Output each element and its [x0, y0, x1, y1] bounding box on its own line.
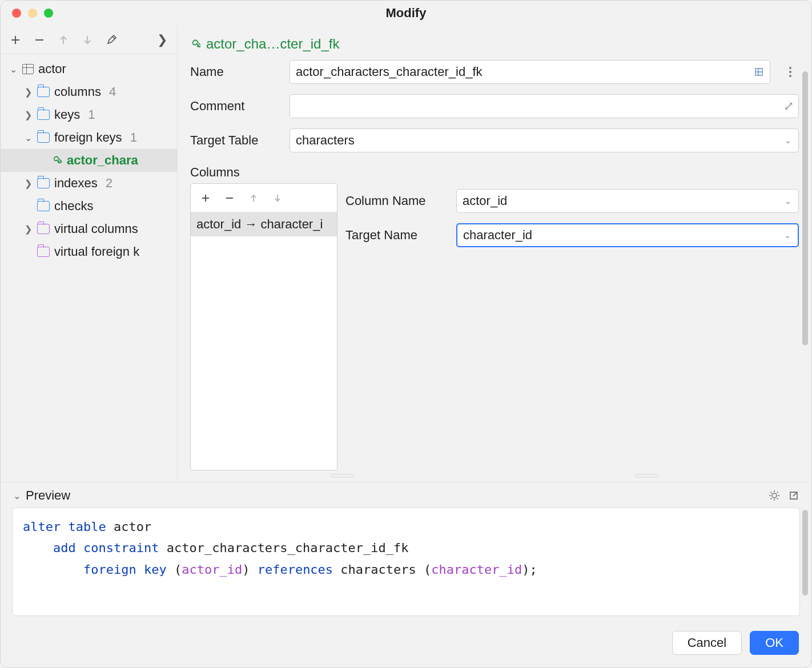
reset-icon[interactable] — [753, 66, 765, 78]
tree-node-keys[interactable]: ❯ keys 1 — [1, 103, 177, 126]
edit-button[interactable] — [101, 30, 122, 50]
tree-node-checks[interactable]: · checks — [1, 195, 177, 218]
comment-input[interactable]: ⤢ — [290, 94, 799, 118]
ok-button[interactable]: OK — [750, 631, 799, 655]
target-table-select[interactable]: characters ⌄ — [290, 128, 799, 152]
tree-node-foreign-keys[interactable]: ⌄ foreign keys 1 — [1, 126, 177, 149]
target-table-label: Target Table — [190, 133, 282, 148]
preview-toggle[interactable]: ⌄ — [12, 490, 21, 501]
folder-icon — [37, 201, 50, 211]
detail-pane: actor_cha…cter_id_fk Name actor_characte… — [178, 26, 811, 482]
name-label: Name — [190, 65, 282, 79]
col-up-button[interactable] — [243, 188, 264, 208]
detail-scrollbar[interactable] — [802, 71, 808, 345]
move-up-button[interactable] — [53, 30, 74, 50]
svg-point-0 — [772, 493, 777, 498]
column-mapping-row[interactable]: actor_id → character_i — [191, 212, 337, 236]
dialog-footer: Cancel OK — [1, 623, 811, 667]
object-tree-sidebar: ❯ ⌄ actor ❯ columns 4 ❯ keys 1 ⌄ — [1, 26, 178, 482]
object-tree: ⌄ actor ❯ columns 4 ❯ keys 1 ⌄ foreign k… — [1, 54, 177, 482]
key-icon — [52, 155, 62, 166]
window-title: Modify — [1, 6, 811, 21]
col-add-button[interactable] — [195, 188, 216, 208]
col-down-button[interactable] — [267, 188, 288, 208]
tree-node-table[interactable]: ⌄ actor — [1, 58, 177, 81]
open-external-icon[interactable] — [787, 489, 800, 502]
folder-icon — [37, 110, 50, 120]
chevron-down-icon: ⌄ — [784, 231, 791, 240]
gear-icon[interactable] — [768, 489, 781, 502]
chevron-right-icon[interactable]: ❯ — [152, 30, 172, 50]
titlebar: Modify — [1, 1, 811, 26]
folder-icon — [37, 224, 50, 234]
add-button[interactable] — [5, 30, 26, 50]
tree-node-columns[interactable]: ❯ columns 4 — [1, 81, 177, 103]
modify-dialog: Modify ❯ ⌄ actor ❯ columns 4 — [0, 0, 812, 668]
comment-label: Comment — [190, 99, 282, 114]
tree-node-indexes[interactable]: ❯ indexes 2 — [1, 172, 177, 195]
name-input[interactable]: actor_characters_character_id_fk — [290, 60, 770, 84]
resize-handle[interactable] — [190, 474, 799, 477]
tree-node-virtual-columns[interactable]: ❯ virtual columns — [1, 218, 177, 240]
preview-label: Preview — [26, 488, 70, 503]
columns-section-label: Columns — [190, 165, 799, 180]
expand-icon[interactable]: ⤢ — [783, 99, 794, 114]
detail-title: actor_cha…cter_id_fk — [206, 36, 339, 52]
key-icon — [190, 39, 200, 49]
target-name-select[interactable]: character_id ⌄ — [456, 223, 799, 247]
preview-scrollbar[interactable] — [802, 510, 808, 595]
folder-icon — [37, 178, 50, 188]
name-more-button[interactable] — [782, 67, 799, 77]
tree-toolbar: ❯ — [1, 26, 177, 54]
sql-preview: alter table actor add constraint actor_c… — [12, 508, 800, 616]
chevron-down-icon: ⌄ — [785, 196, 791, 206]
tree-node-fk-selected[interactable]: · actor_chara — [1, 149, 177, 172]
folder-icon — [37, 87, 50, 97]
preview-section: ⌄ Preview alter table actor add constrai… — [1, 482, 811, 623]
columns-mapping-list: actor_id → character_i — [190, 183, 337, 470]
table-icon — [22, 64, 34, 74]
folder-icon — [37, 247, 50, 257]
cancel-button[interactable]: Cancel — [672, 631, 742, 655]
chevron-down-icon: ⌄ — [785, 136, 791, 145]
remove-button[interactable] — [29, 30, 50, 50]
move-down-button[interactable] — [77, 30, 98, 50]
tree-node-virtual-fks[interactable]: · virtual foreign k — [1, 240, 177, 263]
detail-header: actor_cha…cter_id_fk — [190, 36, 799, 52]
column-name-label: Column Name — [345, 194, 448, 208]
target-name-label: Target Name — [345, 228, 448, 243]
col-remove-button[interactable] — [219, 188, 240, 208]
column-name-select[interactable]: actor_id ⌄ — [456, 189, 799, 213]
folder-icon — [37, 132, 50, 143]
